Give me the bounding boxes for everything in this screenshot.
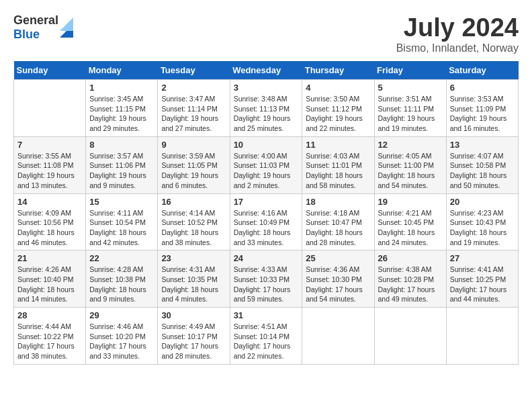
day-info: Sunrise: 4:09 AMSunset: 10:56 PMDaylight… <box>17 208 82 248</box>
day-info: Sunrise: 3:55 AMSunset: 11:08 PMDaylight… <box>17 151 82 191</box>
calendar-cell: 29Sunrise: 4:46 AMSunset: 10:20 PMDaylig… <box>86 308 158 365</box>
page-header: General Blue July 2024 Bismo, Innlandet,… <box>13 13 519 54</box>
day-number: 5 <box>378 83 443 93</box>
day-info: Sunrise: 4:23 AMSunset: 10:43 PMDaylight… <box>450 208 515 248</box>
calendar-cell: 24Sunrise: 4:33 AMSunset: 10:33 PMDaylig… <box>230 250 302 308</box>
calendar-cell: 3Sunrise: 3:48 AMSunset: 11:13 PMDayligh… <box>230 80 302 137</box>
calendar-cell: 17Sunrise: 4:16 AMSunset: 10:49 PMDaylig… <box>230 193 302 250</box>
day-info: Sunrise: 4:31 AMSunset: 10:35 PMDaylight… <box>161 265 226 304</box>
calendar-cell: 27Sunrise: 4:41 AMSunset: 10:25 PMDaylig… <box>446 250 518 308</box>
calendar-cell: 20Sunrise: 4:23 AMSunset: 10:43 PMDaylig… <box>446 193 518 250</box>
location: Bismo, Innlandet, Norway <box>396 42 519 54</box>
calendar-cell: 1Sunrise: 3:45 AMSunset: 11:15 PMDayligh… <box>86 80 158 137</box>
day-info: Sunrise: 4:33 AMSunset: 10:33 PMDaylight… <box>234 265 299 304</box>
weekday-header-tuesday: Tuesday <box>158 61 230 80</box>
day-info: Sunrise: 4:49 AMSunset: 10:17 PMDaylight… <box>161 322 226 361</box>
calendar-cell: 25Sunrise: 4:36 AMSunset: 10:30 PMDaylig… <box>302 250 374 308</box>
month-year: July 2024 <box>396 13 519 42</box>
day-number: 29 <box>89 310 154 320</box>
day-info: Sunrise: 4:07 AMSunset: 10:58 PMDaylight… <box>450 151 515 191</box>
day-info: Sunrise: 4:18 AMSunset: 10:47 PMDaylight… <box>306 208 370 248</box>
day-number: 18 <box>306 197 370 207</box>
day-info: Sunrise: 4:11 AMSunset: 10:54 PMDaylight… <box>89 208 154 248</box>
day-info: Sunrise: 3:51 AMSunset: 11:11 PMDaylight… <box>378 94 443 134</box>
calendar-cell: 8Sunrise: 3:57 AMSunset: 11:06 PMDayligh… <box>86 136 158 193</box>
day-info: Sunrise: 4:38 AMSunset: 10:28 PMDaylight… <box>378 265 443 304</box>
svg-marker-1 <box>60 17 73 31</box>
day-number: 26 <box>378 253 443 263</box>
day-info: Sunrise: 3:57 AMSunset: 11:06 PMDaylight… <box>89 151 154 191</box>
day-info: Sunrise: 4:51 AMSunset: 10:14 PMDaylight… <box>234 322 299 361</box>
day-number: 2 <box>161 83 226 93</box>
calendar-cell: 30Sunrise: 4:49 AMSunset: 10:17 PMDaylig… <box>158 308 230 365</box>
calendar-cell <box>302 308 374 365</box>
weekday-header-row: SundayMondayTuesdayWednesdayThursdayFrid… <box>14 61 519 80</box>
day-info: Sunrise: 4:00 AMSunset: 11:03 PMDaylight… <box>234 151 299 191</box>
day-info: Sunrise: 3:48 AMSunset: 11:13 PMDaylight… <box>234 94 299 134</box>
calendar-cell: 9Sunrise: 3:59 AMSunset: 11:05 PMDayligh… <box>158 136 230 193</box>
day-number: 10 <box>234 140 299 150</box>
day-number: 11 <box>306 140 370 150</box>
calendar-cell: 26Sunrise: 4:38 AMSunset: 10:28 PMDaylig… <box>374 250 446 308</box>
calendar-cell: 15Sunrise: 4:11 AMSunset: 10:54 PMDaylig… <box>86 193 158 250</box>
day-info: Sunrise: 4:44 AMSunset: 10:22 PMDaylight… <box>17 322 82 361</box>
calendar-cell: 4Sunrise: 3:50 AMSunset: 11:12 PMDayligh… <box>302 80 374 137</box>
calendar-week-5: 28Sunrise: 4:44 AMSunset: 10:22 PMDaylig… <box>14 308 519 365</box>
calendar-cell: 21Sunrise: 4:26 AMSunset: 10:40 PMDaylig… <box>14 250 86 308</box>
day-number: 20 <box>450 197 515 207</box>
day-number: 17 <box>234 197 299 207</box>
day-info: Sunrise: 3:45 AMSunset: 11:15 PMDaylight… <box>89 94 154 134</box>
weekday-header-friday: Friday <box>374 61 446 80</box>
day-number: 6 <box>450 83 515 93</box>
calendar-cell: 5Sunrise: 3:51 AMSunset: 11:11 PMDayligh… <box>374 80 446 137</box>
day-number: 3 <box>234 83 299 93</box>
calendar-cell: 10Sunrise: 4:00 AMSunset: 11:03 PMDaylig… <box>230 136 302 193</box>
calendar-week-1: 1Sunrise: 3:45 AMSunset: 11:15 PMDayligh… <box>14 80 519 137</box>
calendar-cell: 2Sunrise: 3:47 AMSunset: 11:14 PMDayligh… <box>158 80 230 137</box>
day-number: 31 <box>234 310 299 320</box>
calendar-cell: 28Sunrise: 4:44 AMSunset: 10:22 PMDaylig… <box>14 308 86 365</box>
day-number: 27 <box>450 253 515 263</box>
day-info: Sunrise: 4:41 AMSunset: 10:25 PMDaylight… <box>450 265 515 304</box>
logo-general-text: General <box>13 13 58 28</box>
day-info: Sunrise: 3:50 AMSunset: 11:12 PMDaylight… <box>306 94 370 134</box>
day-info: Sunrise: 4:46 AMSunset: 10:20 PMDaylight… <box>89 322 154 361</box>
calendar-week-3: 14Sunrise: 4:09 AMSunset: 10:56 PMDaylig… <box>14 193 519 250</box>
day-number: 4 <box>306 83 370 93</box>
calendar-week-2: 7Sunrise: 3:55 AMSunset: 11:08 PMDayligh… <box>14 136 519 193</box>
calendar-cell: 13Sunrise: 4:07 AMSunset: 10:58 PMDaylig… <box>446 136 518 193</box>
day-number: 15 <box>89 197 154 207</box>
day-number: 23 <box>161 253 226 263</box>
calendar-cell: 6Sunrise: 3:53 AMSunset: 11:09 PMDayligh… <box>446 80 518 137</box>
calendar-cell: 7Sunrise: 3:55 AMSunset: 11:08 PMDayligh… <box>14 136 86 193</box>
calendar-table: SundayMondayTuesdayWednesdayThursdayFrid… <box>13 61 519 365</box>
weekday-header-sunday: Sunday <box>14 61 86 80</box>
day-info: Sunrise: 4:16 AMSunset: 10:49 PMDaylight… <box>234 208 299 248</box>
day-number: 12 <box>378 140 443 150</box>
day-info: Sunrise: 4:28 AMSunset: 10:38 PMDaylight… <box>89 265 154 304</box>
day-number: 9 <box>161 140 226 150</box>
day-info: Sunrise: 4:36 AMSunset: 10:30 PMDaylight… <box>306 265 370 304</box>
day-info: Sunrise: 4:05 AMSunset: 11:00 PMDaylight… <box>378 151 443 191</box>
logo: General Blue <box>13 13 73 42</box>
calendar-cell: 22Sunrise: 4:28 AMSunset: 10:38 PMDaylig… <box>86 250 158 308</box>
day-info: Sunrise: 3:53 AMSunset: 11:09 PMDaylight… <box>450 94 515 134</box>
day-number: 14 <box>17 197 82 207</box>
calendar-cell: 11Sunrise: 4:03 AMSunset: 11:01 PMDaylig… <box>302 136 374 193</box>
logo-icon <box>60 17 73 38</box>
day-number: 30 <box>161 310 226 320</box>
weekday-header-wednesday: Wednesday <box>230 61 302 80</box>
day-info: Sunrise: 4:21 AMSunset: 10:45 PMDaylight… <box>378 208 443 248</box>
day-number: 1 <box>89 83 154 93</box>
title-block: July 2024 Bismo, Innlandet, Norway <box>396 13 519 54</box>
logo-blue-text: Blue <box>13 28 58 42</box>
day-info: Sunrise: 3:47 AMSunset: 11:14 PMDaylight… <box>161 94 226 134</box>
day-number: 24 <box>234 253 299 263</box>
weekday-header-thursday: Thursday <box>302 61 374 80</box>
day-number: 28 <box>17 310 82 320</box>
day-number: 22 <box>89 253 154 263</box>
day-number: 13 <box>450 140 515 150</box>
day-info: Sunrise: 4:03 AMSunset: 11:01 PMDaylight… <box>306 151 370 191</box>
calendar-cell <box>446 308 518 365</box>
calendar-cell: 12Sunrise: 4:05 AMSunset: 11:00 PMDaylig… <box>374 136 446 193</box>
